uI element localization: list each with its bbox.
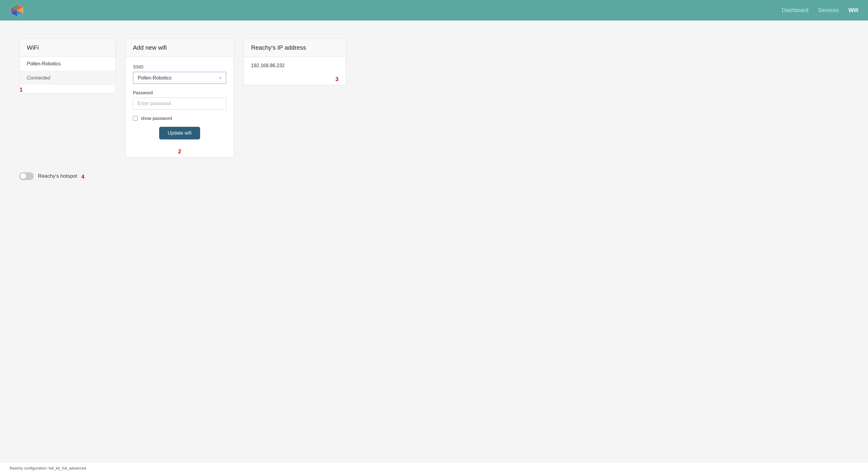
ip-card: Reachy's IP address 192.168.86.232 3: [244, 39, 346, 85]
hotspot-label: Reachy's hotspot: [38, 173, 77, 179]
add-wifi-card: Add new wifi SSID Pollen-Robotics Passwo…: [125, 39, 234, 158]
cards-row: WiFi Pollen-Robotics Connected 1 Add new…: [19, 39, 849, 158]
ssid-select[interactable]: Pollen-Robotics: [133, 72, 226, 84]
show-password-checkbox[interactable]: [133, 116, 138, 121]
header: Dashboard Services Wifi: [0, 0, 868, 21]
hotspot-row: Reachy's hotspot 4: [19, 170, 849, 182]
annotation-1: 1: [20, 87, 116, 93]
annotation-2: 2: [126, 148, 234, 157]
ip-address-value: 192.168.86.232: [244, 57, 346, 74]
toggle-thumb: [20, 173, 26, 179]
add-wifi-card-title: Add new wifi: [126, 39, 234, 57]
update-wifi-button[interactable]: Update wifi: [159, 127, 200, 139]
wifi-card-title: WiFi: [20, 39, 116, 57]
hotspot-toggle[interactable]: [19, 172, 34, 180]
annotation-3: 3: [244, 76, 346, 85]
nav-wifi[interactable]: Wifi: [848, 7, 858, 13]
add-wifi-form: SSID Pollen-Robotics Password show passw…: [126, 57, 234, 147]
wifi-network-name: Pollen-Robotics: [20, 57, 116, 71]
ip-card-title: Reachy's IP address: [244, 39, 346, 57]
logo[interactable]: [10, 3, 24, 18]
ssid-label: SSID: [133, 64, 226, 69]
annotation-4: 4: [82, 174, 84, 180]
password-label: Password: [133, 90, 226, 95]
main-content: WiFi Pollen-Robotics Connected 1 Add new…: [0, 21, 868, 462]
nav-dashboard[interactable]: Dashboard: [782, 7, 808, 13]
toggle-track: [19, 172, 34, 180]
nav-services[interactable]: Services: [818, 7, 839, 13]
main-nav: Dashboard Services Wifi: [782, 7, 858, 13]
wifi-card: WiFi Pollen-Robotics Connected 1: [19, 39, 116, 93]
password-input[interactable]: [133, 98, 226, 110]
footer-text: Reachy configuration: full_kit_full_adva…: [10, 466, 86, 470]
wifi-status: Connected: [20, 71, 116, 85]
footer: Reachy configuration: full_kit_full_adva…: [0, 462, 868, 474]
password-group: Password: [133, 90, 226, 110]
show-password-row: show password: [133, 116, 226, 121]
show-password-label[interactable]: show password: [141, 116, 172, 121]
ssid-group: SSID Pollen-Robotics: [133, 64, 226, 84]
